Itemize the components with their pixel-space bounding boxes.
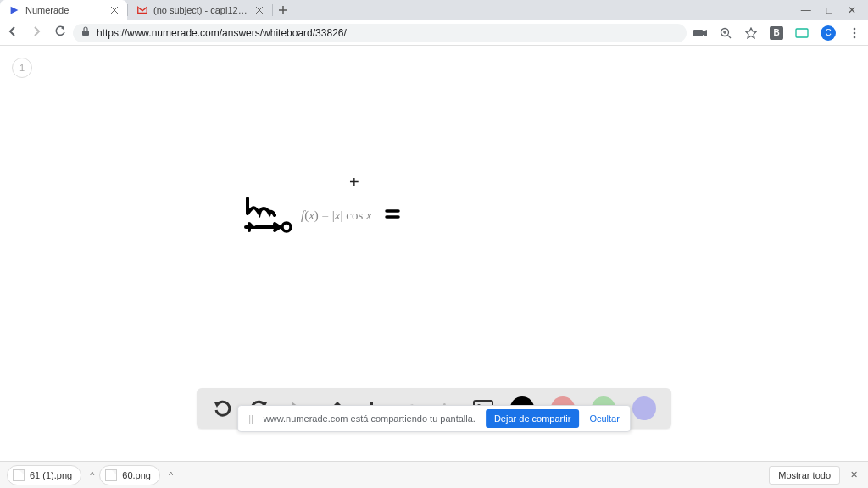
formula-text: f(x) = |x| cos x (301, 208, 372, 223)
tab-strip: Numerade (no subject) - capi1206@colorad (0, 0, 789, 20)
maximize-button[interactable]: □ (826, 4, 832, 16)
handwriting-equals (385, 207, 402, 222)
svg-rect-9 (693, 30, 703, 36)
lock-icon (81, 26, 90, 39)
file-icon (105, 469, 117, 481)
download-filename: 60.png (122, 470, 151, 480)
zoom-icon[interactable] (719, 26, 732, 40)
profile-avatar[interactable]: C (821, 25, 836, 41)
close-icon[interactable] (255, 6, 264, 14)
nav-buttons (7, 25, 66, 40)
svg-rect-16 (796, 29, 808, 37)
tab-gmail[interactable]: (no subject) - capi1206@colorad (128, 0, 272, 20)
reload-button[interactable] (54, 25, 66, 40)
back-button[interactable] (7, 25, 19, 40)
chevron-up-icon[interactable]: ^ (90, 470, 94, 480)
svg-point-19 (854, 36, 856, 38)
svg-marker-15 (746, 28, 756, 38)
svg-marker-23 (214, 402, 220, 408)
hide-banner-button[interactable]: Ocultar (589, 413, 619, 424)
url-text: https://www.numerade.com/answers/whitebo… (97, 27, 347, 39)
undo-button[interactable] (212, 398, 232, 419)
show-all-downloads-button[interactable]: Mostrar todo (769, 466, 840, 485)
browser-toolbar: https://www.numerade.com/answers/whitebo… (0, 20, 868, 46)
svg-point-17 (854, 27, 856, 30)
close-window-button[interactable]: ✕ (848, 4, 856, 16)
bookmark-star-icon[interactable] (744, 26, 758, 40)
svg-point-20 (282, 223, 291, 231)
address-bar[interactable]: https://www.numerade.com/answers/whitebo… (73, 24, 687, 42)
handwriting-lim (241, 195, 300, 237)
forward-button[interactable] (31, 25, 42, 40)
close-icon[interactable] (110, 6, 119, 14)
svg-marker-0 (11, 7, 19, 14)
gmail-favicon (136, 4, 148, 16)
close-shelf-button[interactable]: ✕ (847, 469, 861, 480)
browser-titlebar: Numerade (no subject) - capi1206@colorad… (0, 0, 868, 20)
screen-share-banner: || www.numerade.com está compartiendo tu… (237, 405, 631, 432)
extension-icons: B C (693, 25, 861, 41)
camera-icon[interactable] (693, 26, 707, 40)
color-purple[interactable] (632, 396, 656, 420)
window-controls: — □ ✕ (789, 0, 868, 20)
svg-marker-10 (703, 30, 707, 36)
svg-point-18 (854, 31, 856, 34)
download-filename: 61 (1).png (30, 470, 72, 480)
page-number-badge[interactable]: 1 (12, 58, 32, 78)
svg-rect-8 (82, 30, 89, 36)
cast-icon[interactable] (795, 26, 809, 40)
whiteboard-canvas[interactable]: 1 + f(x) = |x| cos x A (0, 46, 868, 461)
numerade-favicon (8, 4, 20, 16)
chevron-up-icon[interactable]: ^ (169, 470, 173, 480)
minimize-button[interactable]: — (801, 4, 811, 16)
stop-sharing-button[interactable]: Dejar de compartir (486, 409, 579, 428)
download-item[interactable]: 60.png (99, 465, 160, 485)
svg-line-14 (728, 35, 732, 38)
share-sep: || (248, 413, 253, 424)
tab-title: (no subject) - capi1206@colorad (153, 5, 250, 15)
extension-b-icon[interactable]: B (770, 26, 783, 40)
new-tab-button[interactable] (273, 0, 293, 20)
download-item[interactable]: 61 (1).png (7, 465, 81, 485)
share-message: www.numerade.com está compartiendo tu pa… (264, 413, 476, 424)
crosshair-cursor: + (349, 173, 359, 192)
menu-icon[interactable] (848, 26, 861, 40)
file-icon (13, 469, 25, 481)
download-shelf: 61 (1).png ^ 60.png ^ Mostrar todo ✕ (0, 461, 868, 488)
tab-title: Numerade (25, 5, 105, 15)
tab-numerade[interactable]: Numerade (0, 0, 127, 20)
